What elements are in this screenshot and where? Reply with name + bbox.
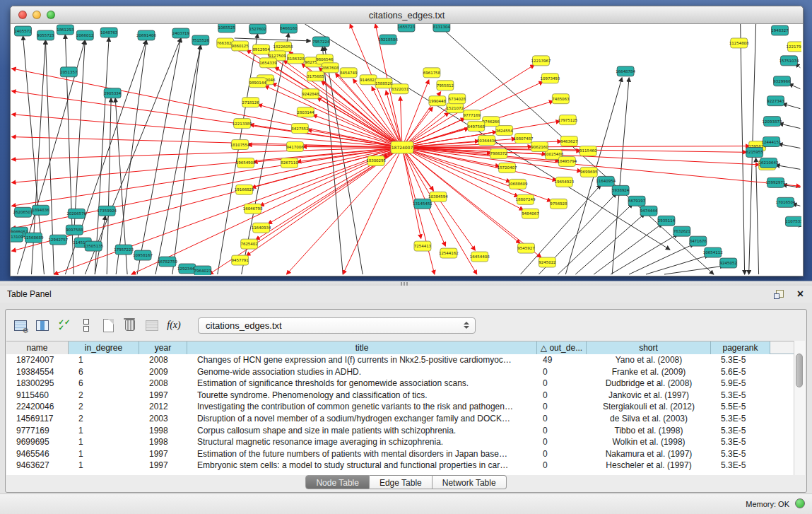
table-row[interactable]: 1456911722003Disruption of a novel membe… — [6, 413, 794, 425]
graph-node[interactable]: 12217987 — [787, 42, 801, 52]
column-header-pagerank[interactable]: pagerank — [711, 341, 770, 355]
function-builder-button[interactable]: f(x) — [165, 316, 183, 334]
close-window-icon[interactable] — [18, 11, 27, 19]
graph-node[interactable]: 1990448 — [429, 96, 447, 106]
graph-node[interactable]: 11640954 — [596, 176, 616, 186]
column-header-name[interactable]: name — [6, 341, 69, 355]
graph-node[interactable]: 8471676 — [690, 236, 707, 246]
graph-node[interactable]: 1107533 — [785, 216, 801, 226]
scrollbar-thumb[interactable] — [796, 354, 803, 387]
graph-node[interactable]: 18107554 — [230, 140, 250, 150]
graph-node[interactable]: 7485063 — [552, 94, 570, 104]
graph-node[interactable]: 2051357 — [60, 67, 78, 77]
graph-node[interactable]: 9097588 — [66, 225, 83, 235]
tab-edge-table[interactable]: Edge Table — [370, 475, 433, 489]
graph-node[interactable]: 3913109 — [11, 232, 23, 242]
graph-node[interactable]: 6961758 — [423, 68, 441, 78]
graph-node[interactable]: 9545927 — [517, 243, 535, 253]
graph-node[interactable]: 9484067 — [522, 209, 539, 218]
graph-node[interactable]: 2718126 — [242, 98, 259, 107]
graph-node[interactable]: 9055723 — [37, 30, 54, 40]
graph-node[interactable]: 7955812 — [437, 81, 454, 90]
graph-node[interactable]: 7625402 — [240, 239, 257, 249]
graph-node[interactable]: 6734028 — [449, 94, 466, 104]
graph-node[interactable]: 1048763 — [100, 28, 118, 37]
table-row[interactable]: 969969511998Structural magnetic resonanc… — [6, 436, 794, 448]
graph-node[interactable]: 1948327 — [771, 25, 789, 35]
graph-node[interactable]: 1654339 — [259, 58, 277, 68]
graph-node[interactable]: 10384594 — [428, 192, 448, 201]
graph-node[interactable]: 9777169 — [464, 110, 481, 120]
graph-node[interactable]: 19218586 — [378, 35, 398, 45]
graph-node[interactable]: 11640934 — [252, 223, 271, 233]
graph-node[interactable]: 13505135 — [83, 241, 103, 251]
graph-node[interactable]: 12213389 — [233, 119, 252, 129]
graph-node[interactable]: 9062160 — [531, 142, 548, 152]
graph-node[interactable]: 2803144 — [297, 107, 314, 117]
graph-node[interactable]: 19654923 — [554, 177, 574, 187]
delete-table-button[interactable] — [121, 316, 139, 334]
graph-node[interactable]: 9860125 — [231, 41, 248, 51]
graph-node[interactable]: 8267110 — [281, 158, 298, 168]
graph-node[interactable]: 7254413 — [414, 241, 432, 251]
graph-node[interactable]: 9146821 — [360, 75, 377, 85]
column-header-in-degree[interactable]: in_degree — [69, 341, 139, 355]
graph-node[interactable]: 17016504 — [776, 197, 796, 207]
graph-node[interactable]: 12213967 — [531, 56, 551, 66]
graph-node[interactable]: 7986372 — [490, 149, 507, 159]
graph-node[interactable]: 9245022 — [539, 257, 555, 267]
graph-node[interactable]: 16454408 — [470, 252, 490, 262]
graph-node[interactable]: 6679197 — [628, 196, 646, 206]
column-header-year[interactable]: year — [139, 341, 187, 355]
graph-node[interactable]: 9245052 — [720, 258, 737, 268]
table-row[interactable]: 1938455462009Genome-wide association stu… — [6, 366, 794, 378]
graph-node[interactable]: 8427552 — [291, 124, 308, 134]
graph-node[interactable]: 8466160 — [280, 24, 298, 33]
graph-node[interactable]: 19166829 — [235, 185, 254, 194]
float-panel-icon[interactable] — [776, 290, 784, 298]
minimize-window-icon[interactable] — [33, 11, 41, 19]
graph-node[interactable]: 15720407 — [498, 163, 517, 173]
tab-node-table[interactable]: Node Table — [305, 475, 370, 489]
new-document-button[interactable] — [99, 316, 117, 334]
graph-node[interactable]: 15992971 — [766, 177, 786, 187]
network-window[interactable]: citations_edges.txt 18724007240557290557… — [10, 6, 804, 276]
graph-node[interactable]: 7957224 — [312, 37, 330, 47]
graph-node[interactable]: 13145451 — [413, 199, 433, 209]
graph-node[interactable]: 2905334 — [104, 88, 122, 98]
graph-node[interactable]: 18495794 — [557, 156, 577, 166]
graph-node[interactable]: 5938924 — [612, 185, 630, 195]
graph-node[interactable]: 17957223 — [114, 245, 134, 255]
graph-node[interactable]: 1527602 — [249, 24, 266, 34]
tab-network-table[interactable]: Network Table — [433, 475, 507, 489]
table-row[interactable]: 2242004622012Investigating the contribut… — [6, 401, 794, 413]
graph-node[interactable]: 8131304 — [433, 24, 451, 32]
select-rows-button[interactable]: ✓✓✓ — [55, 316, 73, 334]
table-selector-combo[interactable]: citations_edges.txt — [198, 317, 476, 334]
graph-node[interactable]: 18226058 — [273, 42, 293, 52]
graph-node[interactable]: 1065525 — [218, 24, 235, 33]
graph-node[interactable]: 18300295 — [366, 156, 386, 165]
graph-node[interactable]: 9746266 — [482, 117, 500, 127]
graph-node[interactable]: 9115460 — [579, 146, 597, 156]
graph-node[interactable]: 9474444 — [640, 206, 658, 216]
graph-node[interactable]: 2405572 — [14, 26, 31, 36]
graph-node[interactable]: 1861293 — [57, 25, 74, 35]
graph-node[interactable]: 6497568 — [468, 122, 486, 132]
graph-node[interactable]: 7964023 — [194, 266, 212, 275]
graph-node[interactable]: 8912954 — [252, 45, 270, 54]
graph-node[interactable]: 16210643 — [759, 158, 779, 168]
graph-node[interactable]: 12544162 — [439, 248, 459, 258]
graph-node[interactable]: 10654112 — [703, 247, 723, 257]
graph-node[interactable]: 2066012 — [76, 30, 93, 40]
graph-node[interactable]: 9463627 — [560, 136, 578, 146]
graph-node[interactable]: 11254808 — [729, 38, 749, 48]
graph-node[interactable]: 20364436 — [477, 136, 497, 146]
graph-node[interactable]: 9417006 — [286, 142, 304, 152]
graph-node[interactable]: 9242848 — [302, 89, 319, 99]
close-panel-icon[interactable]: × — [797, 287, 804, 301]
table-row[interactable]: 946554611997Estimation of the future num… — [6, 448, 794, 460]
graph-node[interactable]: 11568689 — [24, 233, 44, 243]
graph-node[interactable]: 3624554 — [495, 126, 513, 136]
graph-node[interactable]: 2403719 — [172, 28, 190, 38]
